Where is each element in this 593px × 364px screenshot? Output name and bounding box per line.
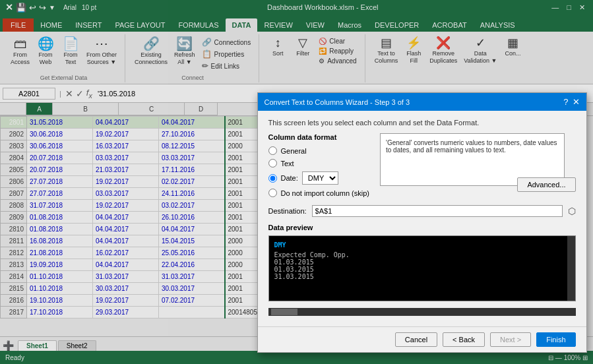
data-preview: DMY Expected Comp. Opp. 01.03.2015 01.03… xyxy=(268,235,576,301)
convert-text-dialog: Convert Text to Columns Wizard - Step 3 … xyxy=(257,92,587,353)
preview-line-1: Expected Comp. Opp. xyxy=(274,251,570,258)
preview-h-scrollbar[interactable] xyxy=(268,308,576,316)
preview-line-4: 31.03.2015 xyxy=(274,273,570,280)
radio-skip-row: Do not import column (skip) xyxy=(268,189,370,197)
dialog-footer: Cancel < Back Next > Finish xyxy=(258,326,586,352)
preview-scrollbar[interactable] xyxy=(567,236,575,301)
radio-text-label: Text xyxy=(281,160,294,167)
destination-row: Destination: ⬡ xyxy=(268,205,576,217)
destination-collapse-btn[interactable]: ⬡ xyxy=(568,206,576,216)
cancel-btn[interactable]: Cancel xyxy=(395,332,437,347)
col-format-label: Column data format xyxy=(268,133,370,141)
next-btn[interactable]: Next > xyxy=(490,332,531,347)
back-btn[interactable]: < Back xyxy=(443,332,485,347)
dialog-description: This screen lets you select each column … xyxy=(268,119,576,127)
h-scroll-thumb xyxy=(271,309,297,315)
radio-date-row: Date: DMY MDY YMD xyxy=(268,171,370,185)
radio-text[interactable] xyxy=(268,159,277,167)
date-format-select[interactable]: DMY MDY YMD xyxy=(302,171,338,185)
radio-general-label: General xyxy=(281,147,307,155)
radio-general-row: General xyxy=(268,146,370,155)
preview-header: DMY xyxy=(274,241,570,249)
finish-btn[interactable]: Finish xyxy=(536,332,575,347)
general-desc-text: 'General' converts numeric values to num… xyxy=(386,139,557,154)
radio-text-row: Text xyxy=(268,159,370,167)
dialog-titlebar: Convert Text to Columns Wizard - Step 3 … xyxy=(258,93,586,111)
radio-general[interactable] xyxy=(268,146,277,155)
dialog-body: This screen lets you select each column … xyxy=(258,111,586,326)
dialog-overlay: Convert Text to Columns Wizard - Step 3 … xyxy=(0,0,593,364)
destination-input[interactable] xyxy=(312,205,563,217)
preview-label: Data preview xyxy=(268,224,576,231)
dialog-close-btn[interactable]: ✕ xyxy=(573,97,580,107)
radio-group: General Text Date: DMY MDY xyxy=(268,146,370,197)
radio-skip-label: Do not import column (skip) xyxy=(281,189,370,197)
dialog-title-btns: ? ✕ xyxy=(563,97,579,107)
radio-date[interactable] xyxy=(268,174,277,183)
dialog-title: Convert Text to Columns Wizard - Step 3 … xyxy=(265,98,410,106)
preview-line-2: 01.03.2015 xyxy=(274,258,570,266)
dialog-help-btn[interactable]: ? xyxy=(563,97,568,107)
dialog-left-panel: Column data format General Text Date: xyxy=(268,133,370,204)
destination-label: Destination: xyxy=(268,207,307,215)
radio-date-label: Date: xyxy=(281,174,298,182)
dialog-main-content: Column data format General Text Date: xyxy=(268,133,576,204)
advanced-btn[interactable]: Advanced... xyxy=(517,177,575,192)
radio-skip[interactable] xyxy=(268,189,277,197)
preview-line-3: 01.03.2015 xyxy=(274,266,570,273)
